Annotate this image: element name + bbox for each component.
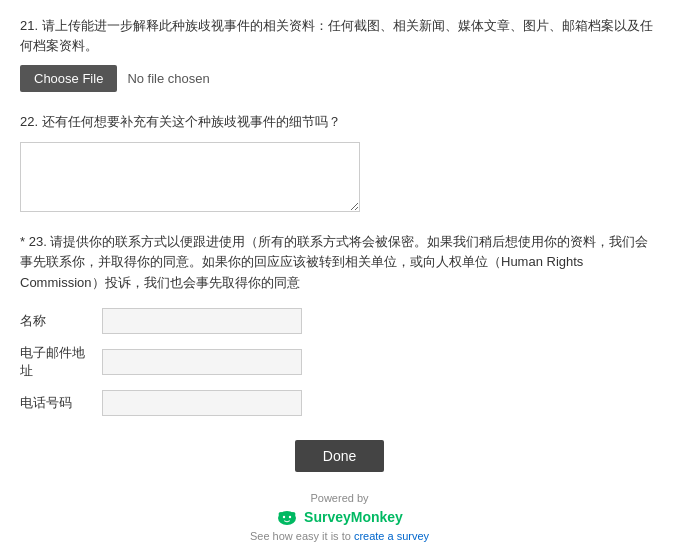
name-field-row: 名称 bbox=[20, 308, 659, 334]
phone-field-row: 电话号码 bbox=[20, 390, 659, 416]
question-22-section: 22. 还有任何想要补充有关这个种族歧视事件的细节吗？ bbox=[20, 112, 659, 212]
easy-text: See how easy it is to create a survey bbox=[250, 530, 429, 542]
question-22-label: 22. 还有任何想要补充有关这个种族歧视事件的细节吗？ bbox=[20, 112, 659, 132]
email-label: 电子邮件地址 bbox=[20, 344, 90, 380]
surveymonkey-logo: SurveyMonkey bbox=[276, 508, 403, 526]
svg-point-2 bbox=[289, 516, 291, 518]
powered-by-section: Powered by SurveyMonkey See how easy it … bbox=[20, 492, 659, 543]
question-21-number: 21. bbox=[20, 18, 38, 33]
svg-point-1 bbox=[283, 516, 285, 518]
phone-label: 电话号码 bbox=[20, 394, 90, 412]
file-upload-area: Choose File No file chosen bbox=[20, 65, 659, 92]
choose-file-button[interactable]: Choose File bbox=[20, 65, 117, 92]
surveymonkey-icon bbox=[276, 508, 298, 526]
question-23-section: * 23. 请提供你的联系方式以便跟进使用（所有的联系方式将会被保密。如果我们稍… bbox=[20, 232, 659, 416]
question-21-section: 21. 请上传能进一步解释此种族歧视事件的相关资料：任何截图、相关新闻、媒体文章… bbox=[20, 16, 659, 92]
done-button[interactable]: Done bbox=[295, 440, 384, 472]
svg-point-4 bbox=[291, 512, 296, 516]
email-field-row: 电子邮件地址 bbox=[20, 344, 659, 380]
question-22-textarea[interactable] bbox=[20, 142, 360, 212]
question-21-label: 21. 请上传能进一步解释此种族歧视事件的相关资料：任何截图、相关新闻、媒体文章… bbox=[20, 16, 659, 55]
question-21-text: 请上传能进一步解释此种族歧视事件的相关资料：任何截图、相关新闻、媒体文章、图片、… bbox=[20, 18, 653, 53]
question-22-text: 还有任何想要补充有关这个种族歧视事件的细节吗？ bbox=[42, 114, 341, 129]
surveymonkey-brand-name: SurveyMonkey bbox=[304, 509, 403, 525]
name-label: 名称 bbox=[20, 312, 90, 330]
powered-by-text: Powered by bbox=[310, 492, 368, 504]
name-input[interactable] bbox=[102, 308, 302, 334]
no-file-label: No file chosen bbox=[127, 71, 209, 86]
phone-input[interactable] bbox=[102, 390, 302, 416]
question-22-number: 22. bbox=[20, 114, 38, 129]
done-button-container: Done bbox=[20, 440, 659, 472]
easy-text-prefix: See how easy it is to bbox=[250, 530, 351, 542]
question-23-number: 23. bbox=[29, 234, 47, 249]
required-star: * bbox=[20, 234, 29, 249]
page-container: 21. 请上传能进一步解释此种族歧视事件的相关资料：任何截图、相关新闻、媒体文章… bbox=[0, 0, 679, 543]
svg-point-3 bbox=[279, 512, 284, 516]
question-23-text: 请提供你的联系方式以便跟进使用（所有的联系方式将会被保密。如果我们稍后想使用你的… bbox=[20, 234, 648, 291]
create-survey-link[interactable]: create a survey bbox=[354, 530, 429, 542]
question-23-intro: * 23. 请提供你的联系方式以便跟进使用（所有的联系方式将会被保密。如果我们稍… bbox=[20, 232, 659, 294]
email-input[interactable] bbox=[102, 349, 302, 375]
contact-fields: 名称 电子邮件地址 电话号码 bbox=[20, 308, 659, 416]
